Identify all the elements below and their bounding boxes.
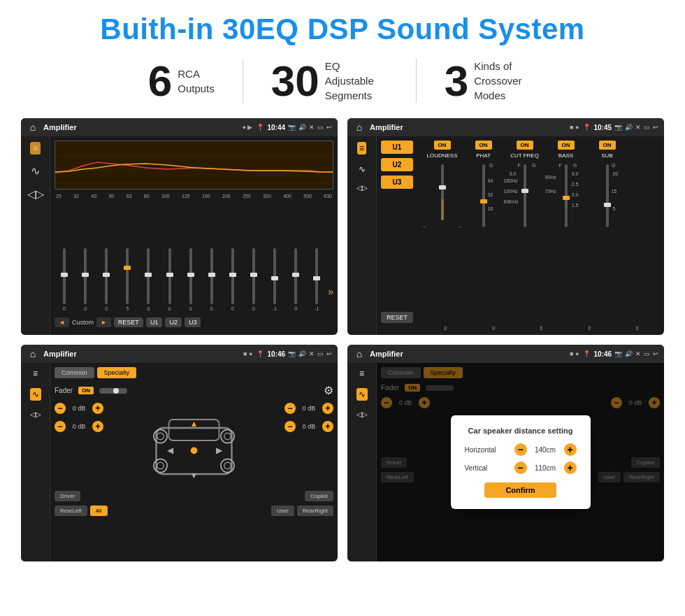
home-icon-2[interactable]: ⌂	[353, 121, 366, 134]
eq-slider-track[interactable]	[147, 248, 150, 304]
rearleft-button[interactable]: RearLeft	[55, 506, 87, 516]
u1-button[interactable]: U1	[146, 317, 163, 327]
u3-button[interactable]: U3	[185, 317, 201, 327]
copilot-button[interactable]: Copilot	[305, 491, 333, 501]
wave-icon-4[interactable]: ∿	[356, 388, 368, 401]
wave-icon-3[interactable]: ∿	[30, 388, 41, 401]
sub-slider[interactable]: G 20 15 5	[606, 164, 609, 227]
eq-icon-2[interactable]: ≡	[357, 142, 366, 155]
vertical-minus-button[interactable]: −	[514, 461, 527, 474]
settings-icon[interactable]: ⚙	[324, 384, 333, 397]
db-minus-topright[interactable]: −	[284, 403, 296, 414]
db-minus-bottomleft[interactable]: −	[55, 421, 66, 432]
car-diagram: ▲ ▼ ◀ ▶	[106, 403, 282, 487]
eq-slider-thumb[interactable]	[208, 273, 215, 277]
reset-button-1[interactable]: RESET	[114, 317, 143, 327]
eq-slider-thumb[interactable]	[82, 273, 89, 277]
eq-slider-track[interactable]	[126, 248, 129, 304]
db-plus-topright[interactable]: +	[322, 403, 333, 414]
app-title-3: Amplifier	[43, 350, 239, 358]
svg-point-13	[191, 447, 198, 454]
eq-slider-track[interactable]	[315, 248, 318, 304]
u3-cross-button[interactable]: U3	[381, 176, 413, 189]
user-button[interactable]: User	[271, 506, 294, 516]
u2-button[interactable]: U2	[165, 317, 182, 327]
bass-slider[interactable]: F G 3.0 2.5 2.0 1.5 90Hz 70Hz	[565, 164, 568, 227]
specialty-tab[interactable]: Specialty	[97, 367, 137, 378]
eq-slider-thumb[interactable]	[292, 273, 299, 277]
eq-slider-track[interactable]	[105, 248, 108, 304]
cross-content: U1 U2 U3 RESET ON LOUDNESS	[381, 141, 660, 323]
horizontal-plus-button[interactable]: +	[564, 443, 577, 456]
rearright-button[interactable]: RearRight	[297, 506, 333, 516]
sub-thumb[interactable]	[604, 203, 611, 207]
back-icon[interactable]: ↩	[326, 124, 332, 131]
bass-thumb[interactable]	[563, 196, 570, 200]
eq-slider-track[interactable]	[231, 248, 234, 304]
play-back-button[interactable]: ◄	[55, 317, 69, 327]
vertical-plus-button[interactable]: +	[564, 461, 577, 474]
eq-slider-thumb[interactable]	[61, 273, 68, 277]
eq-slider-thumb[interactable]	[103, 273, 110, 277]
horizontal-minus-button[interactable]: −	[514, 443, 527, 456]
eq-slider-track[interactable]	[273, 248, 276, 304]
eq-icon-1[interactable]: ≡	[30, 142, 41, 155]
time-1: 10:44	[267, 124, 285, 131]
expand-icon[interactable]: »	[328, 286, 333, 311]
cutfreq-on: ON	[517, 141, 533, 150]
phat-thumb[interactable]	[480, 199, 487, 203]
eq-slider-track[interactable]	[168, 248, 171, 304]
phat-slider[interactable]: G 64 32 16	[482, 164, 485, 227]
confirm-button[interactable]: Confirm	[484, 482, 556, 498]
db-plus-topleft[interactable]: +	[92, 403, 103, 414]
eq-slider-thumb[interactable]	[166, 273, 173, 277]
eq-slider-track[interactable]	[84, 248, 87, 304]
eq-slider-thumb[interactable]	[271, 276, 278, 280]
eq-slider-thumb[interactable]	[145, 273, 152, 277]
back-icon-2[interactable]: ↩	[653, 124, 658, 131]
home-icon-3[interactable]: ⌂	[27, 348, 39, 360]
eq-slider-track[interactable]	[63, 248, 66, 304]
back-icon-4[interactable]: ↩	[653, 350, 658, 357]
eq-slider-track[interactable]	[210, 248, 213, 304]
db-minus-bottomright[interactable]: −	[284, 421, 296, 432]
loudness-thumb[interactable]	[439, 185, 446, 189]
eq-icon-4[interactable]: ≡	[359, 368, 364, 378]
home-icon-4[interactable]: ⌂	[353, 348, 366, 360]
feature-rca-text: RCA Outputs	[178, 66, 215, 96]
u2-cross-button[interactable]: U2	[381, 158, 413, 171]
all-button[interactable]: All	[90, 506, 108, 516]
play-forward-button[interactable]: ►	[96, 317, 111, 327]
common-tab[interactable]: Common	[55, 367, 94, 378]
u1-cross-button[interactable]: U1	[381, 141, 413, 154]
loudness-slider[interactable]	[441, 164, 444, 220]
eq-slider-thumb[interactable]	[313, 276, 320, 280]
db-plus-bottomleft[interactable]: +	[92, 421, 103, 432]
eq-slider-thumb[interactable]	[250, 273, 257, 277]
back-icon-3[interactable]: ↩	[326, 350, 332, 357]
cross-reset-button[interactable]: RESET	[381, 312, 413, 323]
fader-slider-horizontal[interactable]	[99, 388, 127, 394]
cutfreq-thumb[interactable]	[521, 189, 528, 193]
db-minus-topleft[interactable]: −	[55, 403, 66, 414]
vol-icon-2[interactable]: ◁▷	[356, 184, 368, 192]
eq-slider-thumb[interactable]	[124, 266, 131, 270]
wave-icon-2[interactable]: ∿	[359, 164, 366, 174]
vol-icon-1[interactable]: ◁▷	[27, 187, 44, 201]
vol-icon-4[interactable]: ◁▷	[356, 410, 368, 418]
eq-freq-labels: 25 32 40 50 63 80 100 125 160 200 250 32…	[55, 194, 333, 199]
eq-slider-thumb[interactable]	[229, 273, 236, 277]
fader-screen: ≡ ∿ ◁▷ Common Specialty Fader ON	[21, 363, 338, 561]
eq-slider-track[interactable]	[294, 248, 297, 304]
driver-button[interactable]: Driver	[55, 491, 80, 501]
db-plus-bottomright[interactable]: +	[322, 421, 333, 432]
wave-icon-1[interactable]: ∿	[31, 164, 40, 178]
vol-icon-3[interactable]: ◁▷	[30, 410, 41, 418]
fader-thumb[interactable]	[113, 388, 119, 394]
eq-slider-track[interactable]	[189, 248, 192, 304]
eq-icon-3[interactable]: ≡	[33, 368, 38, 378]
eq-slider-thumb[interactable]	[187, 273, 194, 277]
cutfreq-slider[interactable]: F G 3.0 160Hz 100Hz 80KHz	[524, 164, 526, 227]
home-icon[interactable]: ⌂	[27, 121, 39, 134]
eq-slider-track[interactable]	[252, 248, 255, 304]
